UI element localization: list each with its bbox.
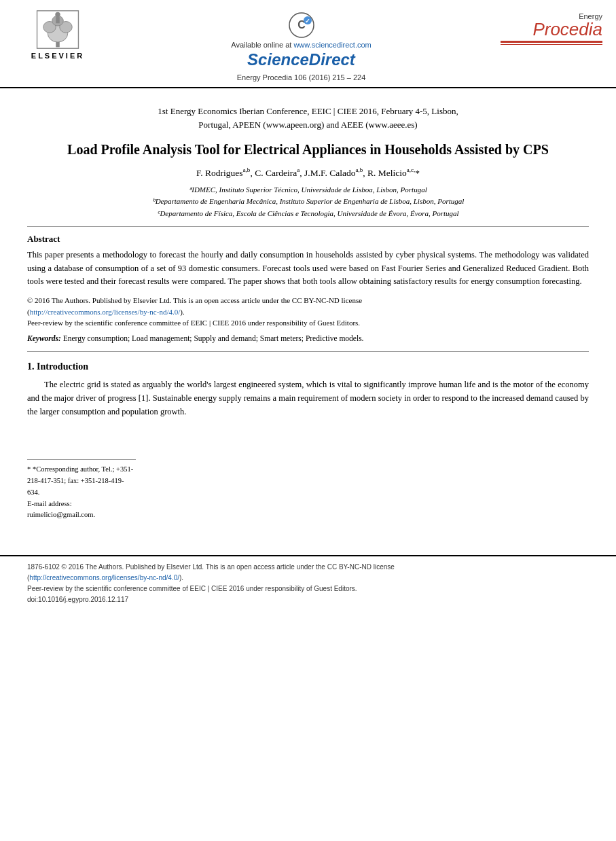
affiliation-c: ᶜDepartamento de Física, Escola de Ciênc… [27,208,589,220]
footnote-corresponding: * *Corresponding author, Tel.; +351-218-… [27,464,136,498]
sciencedirect-url-link[interactable]: www.sciencedirect.com [293,41,371,49]
introduction-text: The electric grid is stated as arguably … [27,378,589,418]
journal-name-underline [501,41,602,43]
svg-rect-6 [56,17,60,23]
main-content: 1st Energy Economics Iberian Conference,… [0,88,616,528]
journal-name-area: Energy Procedia [501,10,602,45]
keywords-line: Keywords: Energy consumption; Load manag… [27,333,589,344]
footer-url: (http://creativecommons.org/licenses/by-… [27,573,589,584]
license-line2: (http://creativecommons.org/licenses/by-… [27,306,589,318]
journal-name-large: Procedia [501,20,602,38]
conference-line2: Portugal, APEEN (www.apeen.org) and AEEE… [27,118,589,132]
available-online-text: Available online at www.sciencedirect.co… [102,41,501,49]
crossmark-icon: C ✓ [289,12,314,38]
footer-doi: doi:10.1016/j.egypro.2016.12.117 [27,594,589,605]
elsevier-wordmark: ELSEVIER [31,52,84,60]
conference-header: 1st Energy Economics Iberian Conference,… [27,105,589,131]
page-header: ELSEVIER C ✓ Available online at www.sci… [0,0,616,88]
divider-2 [27,351,589,352]
footnote-area: * *Corresponding author, Tel.; +351-218-… [27,459,136,521]
license-url-link[interactable]: http://creativecommons.org/licenses/by-n… [30,308,181,316]
footer-peer-review: Peer-review by the scientific conference… [27,584,589,594]
conference-line1: 1st Energy Economics Iberian Conference,… [27,105,589,118]
svg-point-5 [55,12,60,17]
page-footer: 1876-6102 © 2016 The Authors. Published … [0,555,616,611]
license-line3: Peer-review by the scientific conference… [27,317,589,329]
elsevier-tree-icon [34,10,81,50]
journal-center-header: C ✓ Available online at www.sciencedirec… [102,10,501,82]
footnote-email: E-mail address: ruimelicio@gmail.com. [27,499,136,522]
keywords-label: Keywords: [27,334,61,342]
footer-issn: 1876-6102 © 2016 The Authors. Published … [27,562,589,573]
keywords-text: Energy consumption; Load management; Sup… [63,334,364,342]
affiliation-a: ᵃIDMEC, Instituto Superior Técnico, Univ… [27,184,589,196]
journal-name-underline2 [501,44,602,45]
license-text: © 2016 The Authors. Published by Elsevie… [27,295,589,329]
article-title: Load Profile Analysis Tool for Electrica… [41,141,575,158]
footer-url-link[interactable]: http://creativecommons.org/licenses/by-n… [29,574,179,581]
authors-line: F. Rodriguesa,b, C. Cardeiraa, J.M.F. Ca… [27,166,589,179]
journal-volume-info: Energy Procedia 106 (2016) 215 – 224 [102,73,501,82]
abstract-text: This paper presents a methodology to for… [27,249,589,288]
abstract-title: Abstract [27,234,589,245]
svg-text:✓: ✓ [305,18,310,24]
affiliation-b: ᵇDepartamento de Engenharia Mecânica, In… [27,196,589,208]
sciencedirect-logo: ScienceDirect [102,50,501,69]
section-1-title: 1. Introduction [27,361,589,372]
divider-1 [27,226,589,227]
affiliations: ᵃIDMEC, Instituto Superior Técnico, Univ… [27,184,589,220]
elsevier-logo-area: ELSEVIER [14,10,102,60]
license-line1: © 2016 The Authors. Published by Elsevie… [27,295,589,306]
abstract-section: Abstract This paper presents a methodolo… [27,234,589,288]
